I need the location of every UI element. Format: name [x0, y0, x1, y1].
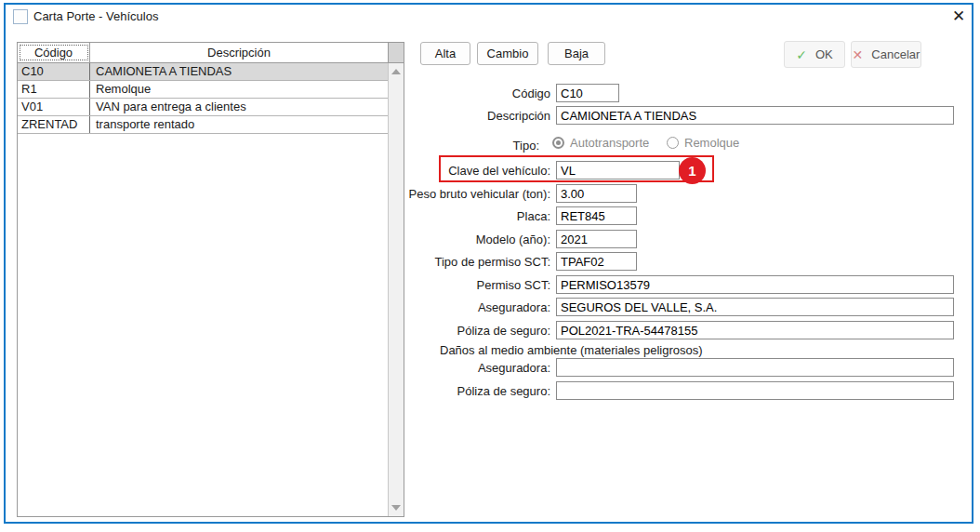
- permiso-sct-input[interactable]: [556, 275, 954, 294]
- poliza-seguro-label: Póliza de seguro:: [398, 322, 550, 340]
- close-icon[interactable]: ✕: [947, 6, 970, 28]
- table-row[interactable]: ZRENTAD transporte rentado: [18, 116, 388, 134]
- aseguradora-input[interactable]: [556, 298, 954, 316]
- cell-descripcion: transporte rentado: [90, 116, 388, 133]
- peso-bruto-label: Peso bruto vehicular (ton):: [398, 185, 550, 204]
- cell-codigo: R1: [18, 81, 90, 98]
- table-header: Código Descripción: [18, 43, 404, 63]
- permiso-sct-label: Permiso SCT:: [398, 276, 550, 295]
- scroll-down-icon[interactable]: [391, 505, 401, 511]
- tipo-label: Tipo:: [398, 137, 539, 155]
- aseguradora-danos-label: Aseguradora:: [398, 359, 550, 378]
- cell-codigo: ZRENTAD: [18, 116, 90, 133]
- radio-remolque[interactable]: Remolque: [667, 136, 739, 150]
- table-row[interactable]: R1 Remolque: [18, 81, 388, 99]
- radio-unselected-icon: [667, 137, 679, 149]
- baja-button[interactable]: Baja: [548, 42, 605, 65]
- vehicles-table: Código Descripción C10 CAMIONETA A TIEND…: [17, 42, 404, 517]
- modelo-input[interactable]: [556, 230, 637, 248]
- cell-descripcion: Remolque: [90, 81, 388, 98]
- cell-descripcion: CAMIONETA A TIENDAS: [90, 63, 388, 80]
- cancel-button-label: Cancelar: [871, 47, 920, 61]
- aseguradora-danos-input[interactable]: [556, 358, 954, 377]
- placa-input[interactable]: [556, 206, 637, 225]
- placa-label: Placa:: [398, 207, 550, 226]
- check-icon: ✓: [796, 47, 807, 62]
- codigo-label: Código: [398, 85, 550, 103]
- danos-section-label: Daños al medio ambiente (materiales peli…: [440, 343, 703, 357]
- poliza-seguro-input[interactable]: [556, 321, 954, 339]
- screenshot-root: Carta Porte - Vehículos ✕ Código Descrip…: [0, 0, 980, 532]
- ok-button-label: OK: [815, 47, 833, 61]
- tipo-permiso-sct-input[interactable]: [556, 252, 637, 271]
- column-header-descripcion[interactable]: Descripción: [90, 43, 388, 62]
- radio-remolque-label: Remolque: [684, 136, 739, 150]
- aseguradora-label: Aseguradora:: [398, 299, 550, 317]
- poliza-seguro-danos-label: Póliza de seguro:: [398, 382, 550, 401]
- peso-bruto-input[interactable]: [556, 184, 637, 203]
- tipo-permiso-sct-label: Tipo de permiso SCT:: [398, 253, 550, 272]
- app-icon: [13, 9, 28, 24]
- window-title: Carta Porte - Vehículos: [33, 9, 158, 23]
- descripcion-label: Descripción: [398, 107, 550, 126]
- table-rows: C10 CAMIONETA A TIENDAS R1 Remolque V01 …: [18, 63, 388, 516]
- cell-descripcion: VAN para entrega a clientes: [90, 99, 388, 115]
- column-header-codigo[interactable]: Código: [18, 43, 90, 62]
- table-row[interactable]: V01 VAN para entrega a clientes: [18, 99, 388, 116]
- radio-autotransporte-label: Autotransporte: [570, 136, 649, 150]
- alta-button[interactable]: Alta: [420, 42, 470, 65]
- cancel-button[interactable]: ✕ Cancelar: [851, 41, 921, 68]
- x-icon: ✕: [853, 47, 864, 62]
- scroll-up-icon[interactable]: [391, 69, 401, 74]
- cell-codigo: V01: [18, 99, 90, 115]
- ok-button[interactable]: ✓ OK: [784, 41, 845, 68]
- cambio-button[interactable]: Cambio: [477, 42, 538, 65]
- table-row[interactable]: C10 CAMIONETA A TIENDAS: [18, 63, 388, 81]
- codigo-input[interactable]: [556, 84, 619, 102]
- descripcion-input[interactable]: [556, 106, 954, 125]
- poliza-seguro-danos-input[interactable]: [556, 381, 954, 400]
- cell-codigo: C10: [18, 63, 90, 80]
- radio-selected-icon: [552, 137, 564, 149]
- radio-autotransporte[interactable]: Autotransporte: [552, 136, 649, 150]
- clave-vehiculo-label: Clave del vehículo:: [398, 162, 550, 180]
- scrollbar-corner: [388, 43, 404, 62]
- clave-vehiculo-input[interactable]: [556, 161, 680, 180]
- modelo-label: Modelo (año):: [398, 231, 550, 249]
